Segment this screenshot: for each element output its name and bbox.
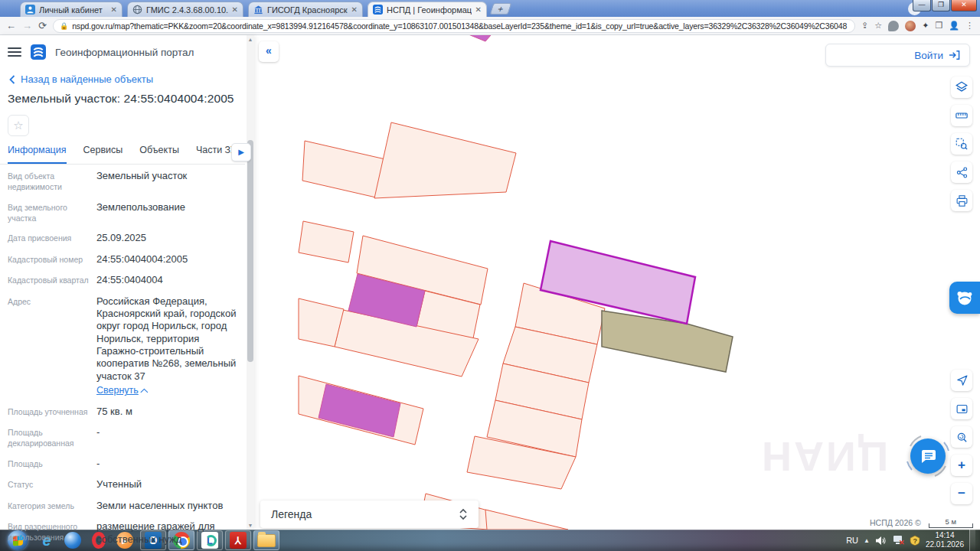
bookmark-star-icon[interactable]: ☆ [874,21,882,30]
tray-expand-icon[interactable]: ▲ [864,537,870,544]
restore-button[interactable]: ❐ [932,0,950,11]
share-icon[interactable]: ⇪ [861,21,868,30]
svg-text:?: ? [913,537,918,545]
collapse-address-link[interactable]: Свернуть [96,385,139,397]
tab-objects[interactable]: Объекты [139,145,179,164]
profile-avatar-icon[interactable]: 👤 [949,21,959,30]
panel-scrollbar[interactable]: ▲ ▼ [247,35,254,530]
parcel[interactable] [374,122,516,198]
tab-information[interactable]: Информация [8,145,67,164]
back-chevron-icon [9,75,15,84]
ruler-icon [955,109,969,122]
new-tab-button[interactable]: + [490,3,512,15]
page: ЦИАН « Войти [0,35,980,530]
folder-icon [257,534,276,547]
parcel[interactable] [302,141,385,197]
zoom-out-button[interactable]: − [951,483,972,504]
info-panel: Геоинформационный портал Назад в найденн… [0,35,254,530]
tab-gisogd[interactable]: ГИСОГД Красноярского края ✕ [248,2,363,17]
menu-dots-icon[interactable]: ⋮ [965,21,974,30]
adblock-extension-icon[interactable] [888,21,899,31]
tab-close-icon[interactable]: ✕ [351,6,358,14]
tray-date: 22.01.2026 [926,540,964,550]
tab-title: ГМИС 2.4.3.68.00.10.35 [146,5,228,15]
parcel[interactable] [485,510,568,530]
field-row: Вид земельного участкаЗемлепользование [8,201,237,224]
network-error-icon[interactable]: ✕ [892,535,904,546]
tray-time: 14:14 [926,531,964,541]
layers-button[interactable] [951,77,972,98]
tab-close-icon[interactable]: ✕ [111,6,117,14]
locate-object-button[interactable] [951,426,972,448]
browser-toolbar: ← → ⟳ 🔒 nspd.gov.ru/map?thematic=PKK&zoo… [0,17,980,35]
field-row: Дата присвоения25.09.2025 [8,232,237,244]
taskbar-clock[interactable]: 14:14 22.01.2026 [926,531,964,550]
back-to-results-link[interactable]: Назад в найденные объекты [9,73,153,85]
tab-close-icon[interactable]: ✕ [475,6,482,14]
panel-collapse-button[interactable]: « [259,41,279,62]
tab-strip: Личный кабинет ✕ ГМИС 2.4.3.68.00.10.35 … [20,2,510,17]
back-icon[interactable]: ← [6,21,16,31]
close-button[interactable]: ✕ [951,0,977,11]
zoom-in-button[interactable]: + [951,455,972,476]
minimap-icon [956,403,969,416]
show-desktop-button[interactable] [969,530,975,551]
tab-services[interactable]: Сервисы [83,145,123,164]
tabs-scroll-right-button[interactable]: ▶ [231,143,251,161]
hamburger-menu-icon[interactable] [8,47,21,57]
extension-icon[interactable] [905,21,916,31]
parcel-layer [254,35,980,530]
extensions-puzzle-icon[interactable]: ✦ [922,21,929,30]
chat-fab-button[interactable] [910,439,946,474]
area-search-button[interactable] [951,133,972,155]
reading-list-icon[interactable]: ❒ [935,21,942,30]
map-attribution: НСПД 2026 © [870,518,921,528]
tab-close-icon[interactable]: ✕ [232,6,238,14]
map-canvas[interactable]: ЦИАН « Войти [254,35,980,530]
url-text: nspd.gov.ru/map?thematic=PKK&zoom=20&coo… [72,21,847,31]
legend-bar[interactable]: Легенда [260,500,479,528]
building-favicon [253,5,263,15]
scrollbar-thumb[interactable] [247,140,253,362]
forward-icon[interactable]: → [22,21,32,31]
taskbar-explorer[interactable] [253,530,279,550]
panel-tabs: Информация Сервисы Объекты Части ЗУ Сост… [0,145,245,165]
minimize-button[interactable]: — [913,0,931,11]
tab-title: Личный кабинет [39,5,107,15]
favorite-star-button[interactable]: ☆ [8,115,29,136]
field-row: Категория земельЗемли населенных пунктов [8,500,237,512]
scroll-down-icon[interactable]: ▼ [247,523,253,528]
address-bar[interactable]: 🔒 nspd.gov.ru/map?thematic=PKK&zoom=20&c… [53,19,855,33]
share-map-button[interactable] [951,161,972,183]
geolocation-button[interactable] [951,370,972,391]
parcel-building[interactable] [469,35,491,41]
minimap-button[interactable] [951,398,972,419]
assistant-widget[interactable] [949,282,980,314]
assistant-bear-icon [955,288,975,308]
field-row: Вид объекта недвижимостиЗемельный участо… [8,170,237,193]
tab-gmis[interactable]: ГМИС 2.4.3.68.00.10.35 ✕ [127,2,243,17]
nspd-favicon [373,5,383,15]
legend-unfold-icon [459,508,468,520]
window-controls: — ❐ ✕ [912,0,977,11]
tab-title: НСПД | Геоинформационный п [387,5,472,15]
login-button[interactable]: Войти [825,44,970,67]
login-label: Войти [914,50,943,61]
tab-personal-cabinet[interactable]: Личный кабинет ✕ [20,2,122,17]
tab-nspd-active[interactable]: НСПД | Геоинформационный п ✕ [368,2,487,17]
field-row: СтатусУчтенный [8,478,237,491]
fields-list: Вид объекта недвижимостиЗемельный участо… [8,170,237,551]
field-row-address: Адрес Российская Федерация, Красноярский… [8,295,237,397]
scroll-up-icon[interactable]: ▲ [247,37,253,42]
reload-icon[interactable]: ⟳ [38,21,47,31]
app-title: Геоинформационный портал [55,47,194,58]
parcel[interactable] [299,221,354,262]
print-button[interactable] [951,190,972,211]
language-indicator[interactable]: RU [846,536,858,545]
measure-button[interactable] [951,105,972,126]
volume-icon[interactable] [875,536,887,546]
parcel-title: Земельный участок: 24:55:0404004:2005 [8,92,245,106]
scale-bar: 5 м [929,518,973,528]
action-center-icon[interactable]: ? [910,535,920,546]
field-row: Кадастровый номер24:55:0404004:2005 [8,253,237,266]
